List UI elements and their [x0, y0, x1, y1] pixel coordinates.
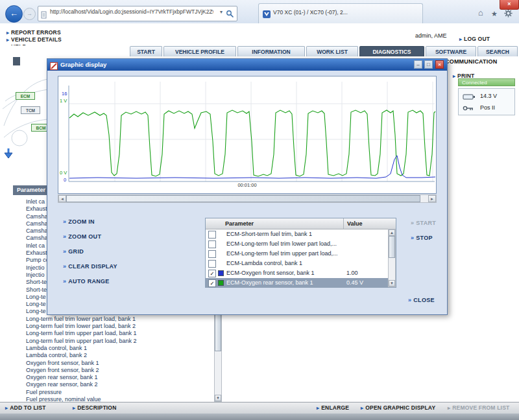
dialog-title-bar[interactable]: Graphic display – □ × — [47, 59, 447, 71]
clear-display-label: CLEAR DISPLAY — [68, 263, 117, 270]
ignition-position-value: Pos II — [480, 104, 495, 111]
table-row[interactable]: ECM-Long-term fuel trim lower part load,… — [206, 239, 396, 249]
row-checkbox[interactable] — [208, 250, 216, 258]
remove-from-list-button[interactable]: ▸REMOVE FROM LIST — [448, 402, 509, 414]
bullet-icon: » — [63, 263, 66, 270]
tab-diagnostics[interactable]: DIAGNOSTICS — [359, 46, 424, 56]
search-icon[interactable] — [226, 9, 234, 21]
clear-display-button[interactable]: »CLEAR DISPLAY — [63, 263, 117, 278]
scroll-up-icon[interactable]: ▲ — [389, 229, 395, 236]
tab-search[interactable]: SEARCH — [477, 46, 518, 56]
communication-panel: COMMUNICATION ▸PRINT Connected 14.3 V Po… — [445, 58, 519, 65]
window-close-button[interactable]: × — [500, 0, 519, 10]
parameter-list-item[interactable]: Long-term fuel trim lower part load, ban… — [26, 323, 208, 330]
blue-arrow-icon[interactable] — [4, 148, 13, 162]
browser-chrome: ← → ▾ V70 XC (01-) / XC70 (-07), 2... ⌂ … — [0, 0, 519, 24]
parameter-list-item[interactable]: Fuel pressure — [26, 389, 208, 396]
arrow-bullet-icon: ▸ — [459, 36, 462, 42]
vehicle-sketch — [3, 62, 48, 149]
start-button[interactable]: »START — [411, 220, 436, 226]
log-out-label: LOG OUT — [464, 36, 490, 42]
table-row[interactable]: ECM-Short-term fuel trim, bank 1 — [206, 229, 396, 239]
ignition-position-row: Pos II — [463, 104, 495, 111]
log-out-link[interactable]: ▸LOG OUT — [459, 32, 490, 43]
module-node-tcm[interactable]: TCM — [21, 106, 40, 114]
address-bar[interactable]: ▾ — [38, 6, 237, 21]
parameter-list-item[interactable]: Lambda control, bank 2 — [26, 352, 208, 359]
row-value: 1.00 — [343, 268, 358, 278]
settings-gear-icon[interactable] — [504, 9, 513, 19]
x-axis-time-label: 00:01:00 — [58, 182, 436, 188]
add-to-list-button[interactable]: ▸ADD TO LIST — [5, 402, 46, 414]
parameter-list-item[interactable]: Oxygen rear sensor, bank 1 — [26, 374, 208, 381]
grid-button[interactable]: »GRID — [63, 248, 117, 263]
dialog-icon — [50, 61, 58, 73]
row-label: ECM-Lambda control, bank 1 — [226, 259, 302, 268]
tab-software[interactable]: SOFTWARE — [426, 46, 476, 56]
scrollbar-thumb[interactable] — [389, 236, 395, 258]
open-graphic-display-label: OPEN GRAPHIC DISPLAY — [365, 404, 435, 411]
browser-forward-button[interactable]: → — [23, 8, 36, 20]
table-row[interactable]: ✓ ECM-Oxygen front sensor, bank 1 1.00 — [206, 268, 396, 278]
parameter-list-item[interactable]: Oxygen front sensor, bank 2 — [26, 367, 208, 374]
table-row-selected[interactable]: ✓ ECM-Oxygen rear sensor, bank 1 0.45 V — [206, 278, 396, 288]
page-icon — [41, 10, 47, 21]
arrow-bullet-icon: ▸ — [448, 405, 450, 411]
y-axis-label-1v: 1 V — [60, 98, 67, 104]
close-button[interactable]: »CLOSE — [408, 297, 435, 303]
enlarge-label: ENLARGE — [321, 404, 349, 411]
tab-start[interactable]: START — [130, 46, 162, 56]
dialog-minimize-button[interactable]: – — [414, 60, 422, 69]
module-node-ecm[interactable]: ECM — [16, 92, 35, 100]
auto-range-label: AUTO RANGE — [68, 278, 109, 285]
chart-scrollbar[interactable]: ◄ ► — [58, 194, 437, 203]
scroll-left-icon[interactable]: ◄ — [58, 195, 66, 202]
parameter-list-item[interactable]: Long-term fuel trim upper part load, ban… — [26, 338, 208, 345]
row-checkbox[interactable] — [208, 260, 216, 268]
address-dropdown-chevron-icon[interactable]: ▾ — [220, 9, 223, 15]
scrollbar-thumb[interactable] — [215, 312, 221, 351]
tab-vehicle-profile[interactable]: VEHICLE PROFILE — [163, 46, 236, 56]
dialog-title: Graphic display — [60, 59, 106, 71]
app-header: ▸REPORT ERRORS ▸VEHICLE DETAILS ▸HELP ad… — [0, 23, 519, 45]
action-bar: ▸ADD TO LIST ▸DESCRIPTION ▸ENLARGE ▸OPEN… — [0, 402, 519, 414]
row-checkbox[interactable] — [208, 240, 216, 248]
tab-work-list[interactable]: WORK LIST — [306, 46, 358, 56]
logged-in-user: admin, AME — [415, 32, 447, 39]
favorites-star-icon[interactable]: ★ — [491, 9, 498, 18]
scroll-right-icon[interactable]: ► — [428, 195, 436, 202]
row-checkbox[interactable]: ✓ — [208, 279, 216, 287]
column-header-value: Value — [343, 218, 363, 229]
parameter-list-item[interactable]: Oxygen rear sensor, bank 2 — [26, 381, 208, 388]
y-axis-label-16: 16 — [62, 91, 67, 97]
row-checkbox[interactable] — [208, 231, 216, 239]
zoom-in-button[interactable]: »ZOOM IN — [63, 218, 117, 233]
table-row[interactable]: ECM-Long-term fuel trim upper part load,… — [206, 249, 396, 259]
stop-button[interactable]: »STOP — [411, 235, 433, 241]
description-button[interactable]: ▸DESCRIPTION — [73, 402, 117, 414]
auto-range-button[interactable]: »AUTO RANGE — [63, 278, 117, 293]
url-input[interactable] — [50, 8, 213, 15]
parameter-list-item[interactable]: Long-term fuel trim lower part load, ban… — [26, 316, 208, 323]
home-icon[interactable]: ⌂ — [478, 8, 483, 18]
browser-tab[interactable]: V70 XC (01-) / XC70 (-07), 2... — [258, 3, 423, 23]
scroll-down-icon[interactable]: ▼ — [215, 395, 221, 401]
communication-title: COMMUNICATION — [445, 58, 519, 65]
parameter-list-item[interactable]: Oxygen front sensor, bank 1 — [26, 360, 208, 367]
add-to-list-label: ADD TO LIST — [10, 404, 45, 411]
parameter-list-item[interactable]: Lambda control, bank 1 — [26, 345, 208, 352]
table-row[interactable]: ECM-Lambda control, bank 1 — [206, 259, 396, 268]
dialog-close-button[interactable]: × — [435, 60, 444, 69]
tab-information[interactable]: INFORMATION — [237, 46, 305, 56]
browser-back-button[interactable]: ← — [5, 5, 23, 23]
scroll-down-icon[interactable]: ▼ — [389, 280, 395, 286]
open-graphic-display-button[interactable]: ▸OPEN GRAPHIC DISPLAY — [361, 402, 435, 414]
dialog-maximize-button[interactable]: □ — [424, 60, 433, 69]
parameter-list-item[interactable]: Long-term fuel trim upper part load, ban… — [26, 330, 208, 337]
zoom-out-button[interactable]: »ZOOM OUT — [63, 233, 117, 248]
scrollbar-thumb[interactable] — [66, 195, 420, 202]
row-checkbox[interactable]: ✓ — [208, 270, 216, 277]
table-scrollbar[interactable]: ▲ ▼ — [388, 229, 396, 287]
enlarge-button[interactable]: ▸ENLARGE — [317, 402, 349, 414]
column-header-parameter: Parameter — [225, 218, 254, 229]
